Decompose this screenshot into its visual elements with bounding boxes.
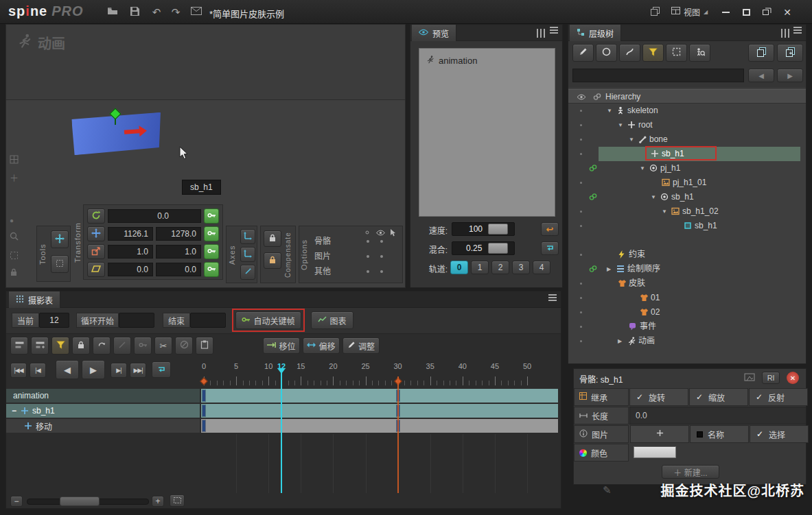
scale-y-field[interactable]: 1.0 — [156, 245, 201, 259]
axes-parent-button[interactable] — [240, 247, 255, 262]
stamp-icon[interactable] — [744, 372, 755, 384]
tree-row-sb_h1[interactable]: ▼sb_h1 — [568, 190, 806, 204]
keyframe-marker[interactable] — [202, 390, 205, 401]
tree-row-root[interactable]: ▼root — [568, 118, 806, 132]
show-name-cell[interactable]: 名称 — [690, 425, 749, 443]
rename-case-button[interactable]: Rl — [762, 372, 780, 384]
redo-button[interactable]: ↷ — [167, 5, 184, 19]
length-value-field[interactable]: 0.0 — [629, 407, 807, 424]
bone-color-swatch[interactable] — [634, 446, 676, 458]
tab-hierarchy[interactable]: 层级树 — [570, 25, 621, 41]
current-frame-field[interactable]: 12 — [39, 313, 69, 328]
mix-slider-handle[interactable] — [488, 243, 508, 254]
lock-keys-button[interactable] — [72, 337, 90, 355]
pose-tool-button[interactable] — [51, 255, 69, 273]
tree-row-绘制顺序[interactable]: ▶绘制顺序 — [568, 262, 806, 276]
tree-row-bone[interactable]: ▼bone — [568, 132, 806, 147]
grid-tool-icon[interactable] — [10, 155, 19, 164]
selectable-cell[interactable]: ✓ 选择 — [750, 425, 809, 443]
expander-icon[interactable]: ▶ — [618, 334, 622, 348]
inherit-option-旋转[interactable]: ✓旋转 — [629, 388, 688, 406]
track-label-sb_h1[interactable]: −sb_h1 — [6, 404, 200, 418]
key-shear-button[interactable] — [204, 262, 219, 277]
adjust-keys-button[interactable]: 调整 — [343, 337, 380, 354]
loop-start-field[interactable] — [119, 313, 154, 328]
dopesheet-menu-icon[interactable] — [548, 294, 557, 296]
keyframe-marker[interactable] — [202, 405, 205, 416]
undo-button[interactable]: ↶ — [148, 5, 165, 19]
checkbox-icon[interactable]: ✓ — [756, 392, 763, 402]
checkbox-icon[interactable]: ✓ — [636, 392, 644, 402]
delete-bone-button[interactable]: ✕ — [787, 372, 799, 384]
timeline-ruler[interactable]: 0510152025303540455012 — [6, 360, 562, 387]
weights-brush-button[interactable] — [572, 44, 594, 62]
expander-icon[interactable]: ▼ — [651, 190, 656, 204]
timeline-scrollbar-handle[interactable] — [60, 496, 100, 506]
toggle-dot-icon[interactable] — [367, 270, 369, 273]
shear-x-field[interactable]: 0.0 — [108, 263, 153, 276]
tree-row-事件[interactable]: 事件 — [568, 320, 806, 334]
slash-button[interactable] — [113, 337, 131, 355]
toggle-dot-icon[interactable] — [367, 255, 369, 258]
clipboard-button[interactable] — [196, 337, 213, 355]
mix-loop-button[interactable] — [541, 241, 559, 255]
hierarchy-root-row[interactable]: Hierarchy — [568, 89, 806, 104]
view-menu-button[interactable]: 视图 ◢ — [667, 4, 712, 19]
filter-button[interactable] — [642, 44, 664, 62]
track-button-0[interactable]: 0 — [450, 261, 468, 274]
lasso-button[interactable] — [619, 44, 640, 62]
lock-tool-icon[interactable] — [10, 268, 18, 276]
tree-row-skeleton[interactable]: ▼skeleton — [568, 104, 806, 118]
delete-keys-button[interactable] — [175, 337, 193, 355]
speed-slider-handle[interactable] — [488, 224, 508, 235]
zoom-out-button[interactable]: − — [10, 496, 23, 507]
tree-row-sb_h1_02[interactable]: ▼sb_h1_02 — [568, 204, 806, 219]
inherit-option-缩放[interactable]: ✓缩放 — [689, 388, 748, 406]
offset-keys-button[interactable]: 偏移 — [303, 337, 340, 354]
track-button-3[interactable]: 3 — [512, 261, 530, 274]
expander-icon[interactable]: ▼ — [607, 104, 612, 118]
dot-tool-icon[interactable]: ● — [10, 217, 14, 224]
playhead-line[interactable] — [281, 368, 282, 493]
frame-tool-icon[interactable] — [10, 251, 19, 260]
tree-row-sb_h1[interactable]: sb_h1 — [568, 147, 806, 161]
zoom-in-button[interactable]: + — [152, 496, 164, 507]
toggle-dot-icon[interactable] — [367, 240, 369, 243]
axes-world-button[interactable] — [240, 229, 255, 244]
zoom-tool-icon[interactable] — [10, 232, 19, 241]
track-label-animation[interactable]: animation — [6, 389, 200, 403]
frame-selection-button[interactable] — [666, 44, 687, 62]
track-band-animation[interactable] — [201, 389, 558, 403]
open-project-button[interactable] — [104, 5, 121, 19]
tab-preview[interactable]: 预览 — [412, 25, 456, 41]
maximize-button[interactable] — [737, 5, 755, 19]
track-button-2[interactable]: 2 — [491, 261, 509, 274]
image-axis-cell[interactable] — [630, 425, 689, 443]
expander-icon[interactable]: ▼ — [640, 161, 645, 176]
speed-slider[interactable]: 100 — [452, 222, 515, 236]
hierarchy-menu-icon[interactable] — [793, 27, 802, 28]
fit-timeline-button[interactable] — [170, 494, 185, 507]
scale-x-field[interactable]: 1.0 — [108, 245, 153, 259]
shear-y-field[interactable]: 0.0 — [156, 263, 201, 276]
shear-row-button[interactable] — [87, 262, 105, 277]
ghost-key-button[interactable] — [134, 337, 152, 355]
tree-row-pj_h1[interactable]: ▼pj_h1 — [568, 161, 806, 176]
compensate-bones-button[interactable] — [264, 230, 281, 247]
toggle-dot-icon[interactable] — [380, 270, 383, 273]
animation-list-item[interactable]: animation — [426, 56, 477, 66]
scale-row-button[interactable] — [87, 244, 105, 259]
popout-button[interactable] — [758, 5, 776, 19]
axes-local-button[interactable] — [240, 265, 255, 280]
cycle-button[interactable] — [93, 337, 111, 355]
checkbox-icon[interactable]: ✓ — [696, 392, 704, 402]
save-button[interactable] — [126, 5, 143, 19]
cut-keys-button[interactable]: ✂ — [154, 337, 172, 355]
tree-row-01[interactable]: 01 — [568, 291, 806, 305]
tree-row-皮肤[interactable]: 皮肤 — [568, 276, 806, 291]
new-item-button[interactable]: ＋ 新建... — [662, 465, 719, 479]
speed-reset-button[interactable]: ↩ — [541, 222, 559, 236]
filter-keys-button[interactable] — [51, 337, 69, 355]
search-input[interactable] — [572, 69, 744, 82]
copy-keys-button[interactable] — [10, 337, 28, 355]
